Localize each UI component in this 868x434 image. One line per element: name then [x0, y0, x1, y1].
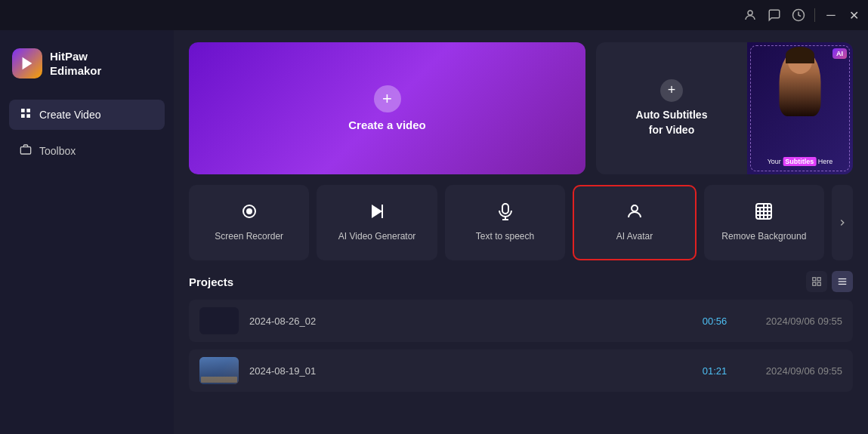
svg-rect-22 [817, 282, 820, 285]
tool-card-text-to-speech[interactable]: Text to speech [445, 185, 565, 260]
view-grid-button[interactable] [806, 271, 827, 292]
svg-rect-8 [502, 204, 508, 214]
svg-rect-19 [813, 278, 816, 281]
create-video-plus-icon: + [374, 85, 401, 112]
projects-header: Projects [189, 271, 853, 292]
svg-rect-3 [20, 147, 30, 154]
subtitle-highlight: Subtitles [783, 157, 816, 166]
person-hair [786, 47, 814, 63]
text-to-speech-label: Text to speech [476, 231, 534, 243]
project-name-2: 2024-08-19_01 [249, 365, 685, 377]
sidebar: HitPaw Edimakor Create Video Toolbox [0, 30, 174, 434]
ai-video-generator-label: AI Video Generator [338, 231, 416, 243]
projects-section: Projects [189, 271, 853, 392]
sidebar-toolbox-label: Toolbox [39, 145, 76, 157]
project-duration-1: 00:56 [696, 315, 734, 327]
ai-avatar-label: AI Avatar [616, 231, 653, 243]
svg-marker-2 [23, 57, 32, 70]
titlebar: ─ ✕ [0, 0, 868, 30]
project-date-2: 2024/09/06 09:55 [744, 365, 842, 377]
subtitle-normal1: Your [768, 158, 783, 165]
view-list-button[interactable] [832, 271, 853, 292]
auto-subtitles-plus-icon: + [660, 79, 683, 102]
ai-video-generator-icon [368, 202, 386, 225]
tool-card-ai-video-generator[interactable]: AI Video Generator [317, 185, 437, 260]
clock-icon[interactable] [792, 8, 805, 22]
auto-subtitles-info: + Auto Subtitles for Video [596, 42, 747, 174]
ai-badge: AI [832, 48, 847, 59]
svg-rect-21 [813, 282, 816, 285]
project-thumbnail-2 [199, 357, 239, 384]
minimize-button[interactable]: ─ [824, 8, 838, 22]
sidebar-create-video-label: Create Video [39, 109, 100, 121]
project-row[interactable]: 2024-08-26_02 00:56 2024/09/06 09:55 [189, 300, 853, 342]
home-icon [20, 107, 32, 122]
chat-icon[interactable] [768, 8, 781, 22]
ai-avatar-icon [626, 202, 644, 225]
main-layout: HitPaw Edimakor Create Video Toolbox [0, 30, 868, 434]
top-cards-row: + Create a video + Auto Subtitles for Vi… [189, 42, 853, 174]
create-video-label: Create a video [348, 119, 426, 131]
app-logo-text: HitPaw Edimakor [50, 49, 101, 78]
project-duration-2: 01:21 [696, 365, 734, 377]
close-button[interactable]: ✕ [847, 8, 860, 22]
text-to-speech-icon [496, 202, 514, 225]
auto-subtitles-image: AI Your Subtitles Here [747, 42, 853, 174]
remove-background-label: Remove Background [721, 231, 806, 243]
titlebar-divider [814, 8, 815, 22]
content-area: + Create a video + Auto Subtitles for Vi… [174, 30, 868, 434]
auto-subtitles-label: Auto Subtitles for Video [636, 108, 708, 137]
project-thumbnail-1 [199, 307, 239, 334]
subtitle-normal2: Here [816, 158, 832, 165]
screen-recorder-label: Screen Recorder [215, 231, 283, 243]
sidebar-item-create-video[interactable]: Create Video [9, 100, 165, 130]
user-icon[interactable] [743, 8, 757, 22]
screen-recorder-icon [240, 202, 258, 225]
toolbox-icon [20, 143, 32, 159]
svg-marker-6 [372, 205, 382, 218]
tool-card-remove-background[interactable]: Remove Background [704, 185, 824, 260]
titlebar-icons [743, 8, 805, 22]
project-row[interactable]: 2024-08-19_01 01:21 2024/09/06 09:55 [189, 349, 853, 392]
scroll-right-button[interactable] [832, 185, 853, 260]
auto-subtitles-card[interactable]: + Auto Subtitles for Video AI Your Sub [596, 42, 853, 174]
create-video-card[interactable]: + Create a video [189, 42, 585, 174]
svg-point-5 [247, 209, 252, 214]
svg-point-0 [748, 11, 752, 15]
project-date-1: 2024/09/06 09:55 [744, 315, 842, 327]
svg-point-11 [632, 205, 638, 211]
project-name-1: 2024-08-26_02 [249, 315, 685, 327]
tool-card-screen-recorder[interactable]: Screen Recorder [189, 185, 309, 260]
svg-rect-20 [817, 278, 820, 281]
projects-title: Projects [189, 275, 233, 288]
app-logo-icon [12, 48, 42, 78]
sidebar-item-toolbox[interactable]: Toolbox [9, 136, 165, 166]
tool-cards-row: Screen Recorder AI Video Generator [189, 185, 853, 260]
logo-area: HitPaw Edimakor [9, 42, 165, 94]
remove-background-icon [755, 202, 773, 225]
view-toggles [806, 271, 853, 292]
subtitle-preview: Your Subtitles Here [768, 158, 833, 165]
tool-card-ai-avatar[interactable]: AI Avatar [573, 185, 696, 260]
